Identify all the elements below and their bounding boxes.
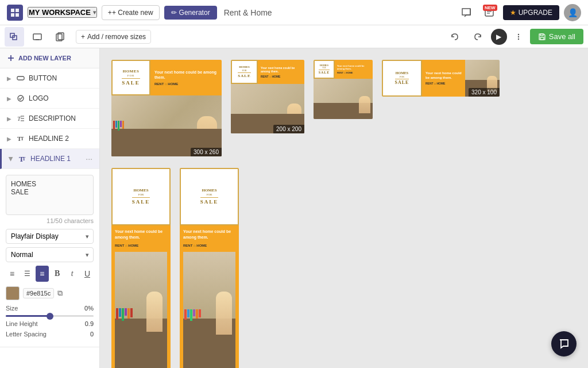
svg-point-22 [18,95,24,101]
svg-rect-0 [11,9,14,12]
add-remove-sizes-button[interactable]: + Add / remove sizes [76,30,151,44]
canvas-area: HOMES FOR SALE Your next home could be a… [100,48,588,368]
banner-300x260[interactable]: HOMES FOR SALE Your next home could be a… [111,60,222,156]
letter-spacing-prop-row: Letter Spacing 0 [6,331,94,338]
font-weight-selector[interactable]: Normal Bold Italic [6,247,94,262]
banner-size-label-300x260: 300 x 260 [191,148,222,156]
description-layer-icon: T [16,114,25,123]
notifications-button[interactable]: NEW [480,3,498,22]
underline-button[interactable]: U [81,266,94,282]
sidebar-item-button[interactable]: ▶ BUTTON [0,68,99,89]
project-title: Rent & Home [224,8,272,17]
layers-tool-button[interactable] [5,27,24,47]
line-height-label: Line Height [6,320,38,327]
upgrade-button[interactable]: ★ UPGRADE [503,5,559,20]
copy-color-button[interactable]: ⧉ [57,289,63,298]
messages-button[interactable] [457,3,475,22]
svg-point-16 [518,38,519,39]
svg-text:T: T [21,136,24,141]
svg-rect-17 [540,37,544,40]
bold-button[interactable]: B [51,266,64,282]
font-family-select[interactable]: Playfair Display Arial Georgia [6,229,94,244]
headline2-layer-icon: TT [16,134,25,143]
expand-icon-down: ▶ [8,156,14,161]
align-left-button[interactable]: ≡ [6,266,18,282]
headline1-panel: HOMES SALE 11/50 characters Playfair Dis… [0,169,99,347]
italic-button[interactable]: t [66,266,79,282]
chat-bubble-button[interactable] [551,331,577,356]
svg-text:T: T [22,156,26,162]
banner-160x600-1[interactable]: HOMES FOR SALE Your next home could be a… [111,168,171,368]
expand-icon: ▶ [7,75,11,82]
banner-200x200[interactable]: HOMES FOR SALE Your next home could be a… [231,60,304,133]
svg-point-14 [518,33,519,34]
banner-160x600-2[interactable]: HOMES FOR SALE Your next home could be a… [180,168,239,368]
char-count: 11/50 characters [6,217,94,224]
size-slider[interactable] [6,315,94,317]
top-nav: MY WORKSPACE ▾ + + Create new ✏ Generato… [0,0,588,25]
svg-rect-18 [540,34,543,36]
play-button[interactable]: ▶ [491,29,507,45]
sidebar-item-description[interactable]: ▶ T DESCRIPTION [0,109,99,129]
new-badge: NEW [483,5,497,11]
plus-icon: + [108,9,112,17]
generator-button[interactable]: ✏ Generator [164,6,217,20]
redo-button[interactable] [468,27,488,47]
canvas-row-2: HOMES FOR SALE Your next home could be a… [111,168,577,368]
undo-button[interactable] [445,27,465,47]
workspace-button[interactable]: MY WORKSPACE ▾ [28,7,97,18]
align-center-button[interactable]: ☰ [21,266,33,282]
copy-tool-button[interactable] [51,27,70,47]
size-value: 0% [84,305,94,312]
sidebar-item-headline1[interactable]: ▶ TT HEADLINE 1 ··· [0,149,99,169]
main-layout: ADD NEW LAYER ▶ BUTTON ▶ LOGO ▶ T DESCRI… [0,48,588,368]
more-options-icon[interactable]: ··· [86,154,92,163]
letter-spacing-label: Letter Spacing [6,331,47,338]
svg-point-15 [518,36,519,37]
svg-text:T: T [17,115,21,122]
left-sidebar: ADD NEW LAYER ▶ BUTTON ▶ LOGO ▶ T DESCRI… [0,48,100,368]
color-row: #9e815c ⧉ [6,286,94,300]
sidebar-item-headline2[interactable]: ▶ TT HEADLINE 2 [0,129,99,149]
headline1-layer-icon: TT [18,154,27,163]
canvas-row-1: HOMES FOR SALE Your next home could be a… [111,60,577,156]
pen-icon: ✏ [171,9,177,17]
logo [7,5,23,21]
svg-rect-21 [17,76,24,80]
avatar[interactable]: 👤 [564,4,581,21]
secondary-toolbar: + Add / remove sizes ▶ Save all [0,25,588,48]
svg-rect-1 [16,9,19,12]
expand-icon: ▶ [7,136,11,142]
logo-layer-icon [16,94,25,103]
color-swatch[interactable] [6,286,20,300]
banner-160x160[interactable]: HOMES FOR SALE Your next home could be a… [314,60,373,119]
banner-320x100[interactable]: HOMES FOR SALE Your next home could be a… [382,60,500,97]
sidebar-item-logo[interactable]: ▶ LOGO [0,89,99,109]
menu-button[interactable] [510,29,527,45]
banner-size-label-200x200: 200 x 200 [273,125,304,133]
line-height-value: 0.9 [85,320,94,327]
banner-size-label-320x100: 320 x 100 [469,88,500,97]
save-all-button[interactable]: Save all [530,29,583,44]
add-new-layer-button[interactable]: ADD NEW LAYER [0,48,99,68]
svg-rect-10 [33,34,41,40]
button-layer-icon [16,74,25,83]
svg-rect-2 [11,13,14,17]
chevron-down-icon: ▾ [93,9,96,16]
align-right-button[interactable]: ≡ [36,266,48,282]
letter-spacing-value: 0 [90,331,94,338]
svg-rect-3 [16,13,19,17]
text-format-row: ≡ ☰ ≡ B t U [6,266,94,282]
star-icon: ★ [510,9,516,17]
plus-icon: + [81,33,85,41]
color-hex-display[interactable]: #9e815c [23,288,54,298]
size-label: Size [6,305,18,312]
text-preview[interactable]: HOMES SALE [6,175,94,215]
expand-icon: ▶ [7,116,11,122]
font-weight-select[interactable]: Normal Bold Italic [6,247,94,262]
line-height-prop-row: Line Height 0.9 [6,320,94,327]
create-new-button[interactable]: + + Create new [102,5,160,20]
preview-tool-button[interactable] [28,27,47,47]
size-prop-row: Size 0% [6,305,94,312]
font-family-selector[interactable]: Playfair Display Arial Georgia [6,229,94,244]
